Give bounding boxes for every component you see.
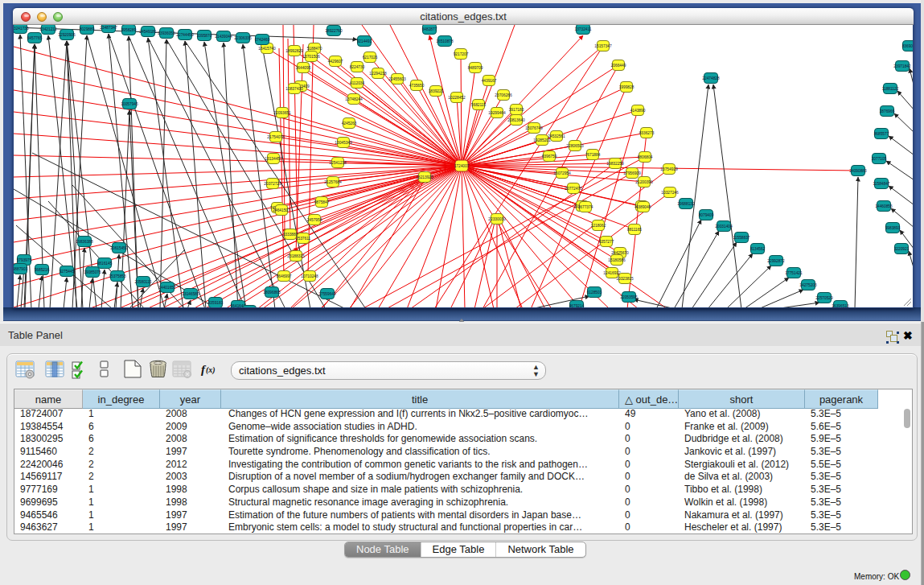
svg-text:23936053: 23936053	[158, 31, 175, 35]
svg-text:15157347: 15157347	[594, 44, 612, 48]
svg-text:8396759: 8396759	[542, 154, 557, 159]
svg-text:4679214: 4679214	[569, 304, 585, 307]
svg-text:24549181: 24549181	[139, 30, 157, 34]
svg-text:17956909: 17956909	[623, 171, 641, 175]
svg-text:8489709: 8489709	[468, 66, 483, 70]
svg-text:13241736: 13241736	[14, 27, 29, 31]
svg-text:8336273: 8336273	[639, 131, 655, 135]
svg-text:20813640: 20813640	[507, 118, 525, 122]
svg-text:24090883: 24090883	[849, 169, 867, 173]
svg-text:5685216: 5685216	[35, 268, 50, 272]
svg-text:1839221: 1839221	[429, 89, 444, 93]
svg-text:21439044: 21439044	[215, 35, 232, 39]
svg-text:22093651: 22093651	[273, 111, 291, 115]
svg-text:22570529: 22570529	[815, 296, 833, 300]
svg-text:6217026: 6217026	[363, 56, 378, 60]
svg-text:21754078: 21754078	[267, 135, 285, 139]
svg-text:12541238: 12541238	[329, 161, 347, 165]
svg-text:9887903: 9887903	[14, 267, 28, 271]
svg-text:9983893: 9983893	[885, 226, 901, 230]
svg-text:8029889: 8029889	[80, 27, 95, 31]
svg-text:19285201: 19285201	[533, 138, 551, 142]
svg-text:9217207: 9217207	[454, 52, 469, 56]
svg-text:13754919: 13754919	[660, 167, 678, 171]
svg-text:12416912: 12416912	[603, 271, 621, 275]
svg-text:20031404: 20031404	[715, 225, 733, 229]
svg-text:22744459: 22744459	[176, 33, 194, 37]
svg-text:13134457: 13134457	[265, 157, 282, 161]
svg-text:19836388: 19836388	[76, 240, 93, 244]
svg-text:14275203: 14275203	[799, 283, 817, 287]
svg-text:16213925: 16213925	[416, 175, 433, 179]
svg-text:14401657: 14401657	[158, 286, 176, 290]
svg-text:9214491: 9214491	[357, 39, 372, 43]
svg-text:20580115: 20580115	[135, 280, 152, 284]
svg-text:8079409: 8079409	[699, 213, 714, 217]
svg-text:(x): (x)	[206, 365, 216, 375]
svg-text:21200396: 21200396	[635, 180, 653, 184]
svg-text:6357277: 6357277	[599, 240, 614, 244]
svg-text:23487347: 23487347	[100, 26, 117, 30]
svg-text:18992829: 18992829	[285, 49, 303, 53]
svg-text:6457765: 6457765	[27, 36, 43, 40]
svg-text:11584847: 11584847	[873, 182, 890, 186]
svg-text:2457954: 2457954	[307, 218, 322, 222]
svg-text:3644095: 3644095	[296, 66, 311, 70]
svg-text:8224730: 8224730	[350, 65, 365, 69]
svg-text:8134562: 8134562	[750, 247, 766, 251]
svg-text:4143890: 4143890	[630, 109, 646, 113]
svg-text:7671884: 7671884	[585, 153, 601, 157]
svg-text:8359183: 8359183	[208, 301, 224, 305]
svg-text:2876966: 2876966	[880, 109, 895, 113]
svg-text:3395870: 3395870	[197, 34, 212, 38]
svg-text:23188315: 23188315	[287, 254, 305, 258]
svg-text:19085076: 19085076	[84, 270, 101, 274]
svg-text:4112034: 4112034	[350, 81, 365, 85]
svg-text:3220921: 3220921	[894, 247, 910, 251]
svg-text:19832259: 19832259	[606, 162, 624, 166]
svg-text:15076749: 15076749	[525, 126, 543, 130]
svg-text:10710248: 10710248	[301, 274, 318, 278]
svg-text:22330030: 22330030	[488, 217, 506, 221]
svg-text:8806804: 8806804	[638, 155, 653, 159]
svg-text:20615450: 20615450	[110, 246, 128, 250]
svg-text:24641507: 24641507	[273, 208, 290, 212]
svg-text:6128503: 6128503	[587, 290, 602, 295]
svg-text:10837430: 10837430	[285, 87, 303, 91]
svg-text:11558837: 11558837	[733, 236, 750, 240]
svg-text:13421212: 13421212	[39, 27, 57, 31]
svg-text:16072954: 16072954	[553, 171, 571, 175]
svg-text:9875847: 9875847	[314, 200, 330, 204]
svg-text:13732411: 13732411	[575, 27, 592, 31]
svg-text:16415740: 16415740	[258, 47, 276, 51]
svg-text:22992872: 22992872	[767, 259, 785, 263]
svg-text:21257684: 21257684	[324, 180, 342, 184]
svg-text:8369062: 8369062	[902, 44, 913, 48]
svg-text:20772475: 20772475	[565, 187, 582, 191]
svg-text:9816145: 9816145	[97, 262, 113, 266]
svg-text:1724007: 1724007	[454, 164, 470, 168]
svg-text:22455603: 22455603	[388, 77, 406, 81]
svg-text:9958289: 9958289	[121, 28, 137, 32]
svg-text:12920906: 12920906	[58, 33, 76, 37]
svg-text:15375853: 15375853	[109, 274, 126, 278]
svg-text:16396513: 16396513	[832, 304, 849, 307]
svg-text:10228452: 10228452	[448, 96, 466, 100]
svg-text:6482877: 6482877	[422, 27, 437, 31]
svg-text:10323815: 10323815	[616, 277, 634, 281]
svg-text:23971842: 23971842	[893, 64, 911, 68]
svg-text:23706266: 23706266	[495, 93, 512, 97]
svg-text:1999828: 1999828	[619, 85, 634, 89]
svg-text:5682115: 5682115	[471, 103, 487, 107]
svg-text:11881122: 11881122	[882, 87, 899, 91]
svg-text:10327246: 10327246	[661, 191, 679, 195]
svg-text:5793975: 5793975	[17, 258, 32, 262]
svg-text:6742460: 6742460	[255, 38, 270, 42]
svg-text:13045349: 13045349	[335, 141, 352, 145]
svg-text:8646997: 8646997	[277, 274, 292, 278]
svg-text:2066449: 2066449	[611, 64, 626, 68]
svg-text:18096865: 18096865	[263, 290, 281, 295]
svg-text:2537611: 2537611	[296, 237, 311, 241]
svg-text:22806503: 22806503	[566, 144, 584, 148]
svg-text:10057945: 10057945	[121, 102, 138, 106]
